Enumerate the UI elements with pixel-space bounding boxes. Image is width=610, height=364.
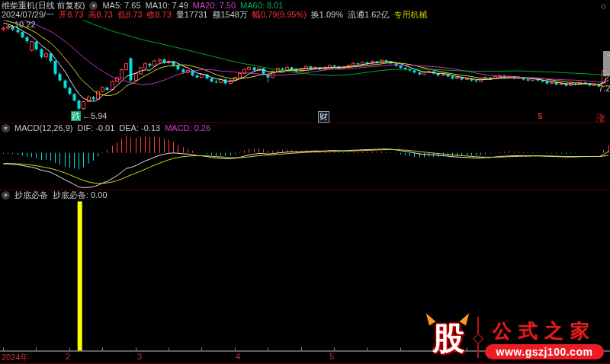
right-edge-scroll-handle[interactable] bbox=[603, 51, 610, 76]
axis-month-5[interactable]: 5 bbox=[329, 352, 334, 361]
ma20-value: MA20: 7.50 bbox=[193, 1, 236, 10]
logo-diamond-icon bbox=[473, 334, 483, 344]
macd-value: MACD: 0.26 bbox=[165, 123, 210, 133]
watermark-logo: 股 公式之家 www.gszj100.com bbox=[424, 314, 605, 361]
info-open: 开8.73 bbox=[59, 10, 83, 19]
tag-s-marker: S bbox=[538, 112, 543, 120]
logo-stock-char: 股 bbox=[432, 320, 464, 358]
ma5-value: MA5: 7.65 bbox=[102, 1, 140, 10]
stock-chart-app: 维柴重机(日线 前复权) ▾ MA5: 7.65 MA10: 7.49 MA20… bbox=[0, 0, 610, 364]
macd-dea-value: DEA: -0.13 bbox=[119, 123, 160, 133]
macd-name[interactable]: MACD(12,26,9) bbox=[14, 123, 72, 133]
tag-fall-marker: 跌 bbox=[71, 111, 81, 121]
ma60-value: MA60: 8.01 bbox=[240, 1, 283, 10]
info-close: 收8.73 bbox=[146, 10, 171, 19]
collapse-pane3-icon[interactable]: ▾ bbox=[2, 191, 10, 200]
axis-month-2[interactable]: 2 bbox=[66, 352, 70, 361]
last-price-label: 7.2 bbox=[599, 84, 610, 93]
collapse-main-icon[interactable]: ▾ bbox=[89, 2, 98, 10]
tag-cai-marker: 财 bbox=[318, 111, 329, 123]
info-high: 高8.73 bbox=[88, 10, 113, 19]
header-line-1: 维柴重机(日线 前复权) ▾ MA5: 7.65 MA10: 7.49 MA20… bbox=[2, 1, 283, 10]
info-range: 幅0.79(9.95%) bbox=[252, 10, 307, 19]
info-volume: 量17731 bbox=[176, 10, 208, 19]
low-price-marker: ←5.94 bbox=[82, 111, 107, 120]
chart-canvas[interactable] bbox=[0, 0, 610, 364]
tag-rise-marker: 涨 bbox=[596, 112, 605, 125]
high-price-marker: ←10.22 bbox=[6, 20, 36, 29]
pane3-name[interactable]: 抄底必备 bbox=[14, 190, 48, 200]
macd-header: ▾ MACD(12,26,9) DIF: -0.01 DEA: -0.13 MA… bbox=[2, 123, 210, 133]
header-line-2: 2024/07/29/一 开8.73 高8.73 低8.73 收8.73 量17… bbox=[2, 10, 427, 19]
axis-year-label[interactable]: 2024年 bbox=[2, 352, 28, 363]
logo-url: www.gszj100.com bbox=[485, 344, 604, 359]
macd-dif-value: DIF: -0.01 bbox=[77, 123, 114, 133]
info-industry: 专用机械 bbox=[393, 10, 427, 19]
bull-stock-logo: 股 bbox=[425, 318, 473, 359]
info-float-cap: 流通1.62亿 bbox=[348, 10, 389, 19]
collapse-macd-icon[interactable]: ▾ bbox=[2, 124, 10, 133]
corner-diamond-icon[interactable]: ◇ bbox=[601, 2, 606, 10]
info-turnover: 换1.09% bbox=[311, 10, 343, 19]
ma10-value: MA10: 7.49 bbox=[146, 1, 188, 10]
pane3-header: ▾ 抄底必备 抄底必备: 0.00 bbox=[2, 190, 108, 200]
axis-month-3[interactable]: 3 bbox=[137, 352, 142, 361]
pane3-value: 抄底必备: 0.00 bbox=[53, 190, 108, 200]
info-amount: 额1548万 bbox=[212, 10, 247, 19]
logo-site-name: 公式之家 bbox=[486, 318, 602, 343]
info-low: 低8.73 bbox=[117, 10, 142, 19]
stock-title: 维柴重机(日线 前复权) bbox=[2, 1, 85, 10]
axis-month-4[interactable]: 4 bbox=[236, 352, 240, 361]
info-date: 2024/07/29/一 bbox=[2, 10, 54, 19]
